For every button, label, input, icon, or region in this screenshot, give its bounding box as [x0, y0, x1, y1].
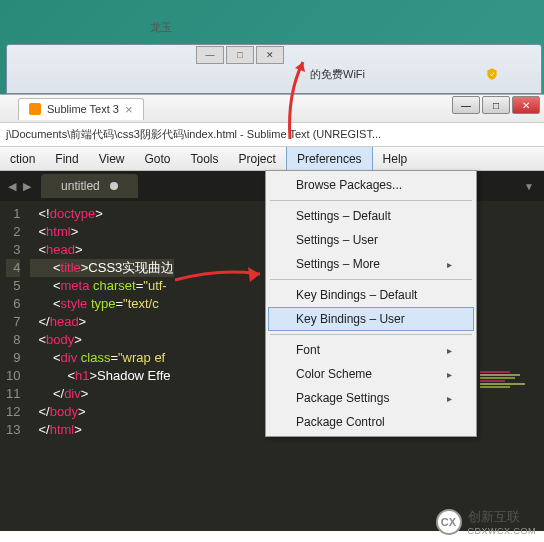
browser-tab[interactable]: Sublime Text 3 ×: [18, 98, 144, 120]
menu-option[interactable]: Package Settings: [268, 386, 474, 410]
menu-option[interactable]: Key Bindings – User: [268, 307, 474, 331]
watermark-logo: CX: [436, 509, 462, 535]
nav-arrows-icon[interactable]: ◀ ▶: [8, 180, 33, 193]
tab-label: Sublime Text 3: [47, 103, 119, 115]
menu-option[interactable]: Settings – Default: [268, 204, 474, 228]
window-controls: — □ ✕: [450, 96, 540, 114]
menu-item-help[interactable]: Help: [373, 147, 418, 170]
close-button[interactable]: ✕: [512, 96, 540, 114]
bg-maximize-button[interactable]: □: [226, 46, 254, 64]
menu-bar: ctionFindViewGotoToolsProjectPreferences…: [0, 147, 544, 171]
sublime-icon: [29, 103, 41, 115]
menu-option[interactable]: Browse Packages...: [268, 173, 474, 197]
minimize-button[interactable]: —: [452, 96, 480, 114]
maximize-button[interactable]: □: [482, 96, 510, 114]
shield-icon: [485, 67, 499, 81]
title-path: j\Documents\前端代码\css3阴影代码\index.html - S…: [0, 123, 544, 147]
file-tab[interactable]: untitled: [41, 174, 138, 198]
watermark-name: 创新互联: [468, 508, 537, 526]
watermark-url: CDXWCX.COM: [468, 526, 537, 536]
code-lines[interactable]: <!doctype><html><head> <title>CSS3实现曲边 <…: [30, 201, 174, 443]
menu-option[interactable]: Color Scheme: [268, 362, 474, 386]
menu-item-preferences[interactable]: Preferences: [286, 147, 373, 170]
minimap[interactable]: [480, 371, 540, 411]
line-gutter: 12345678910111213: [0, 201, 30, 443]
menu-option[interactable]: Package Control: [268, 410, 474, 434]
menu-option[interactable]: Key Bindings – Default: [268, 283, 474, 307]
menu-item-tools[interactable]: Tools: [181, 147, 229, 170]
menu-item-ction[interactable]: ction: [0, 147, 45, 170]
bg-window-controls: — □ ✕: [196, 46, 284, 64]
menu-item-find[interactable]: Find: [45, 147, 88, 170]
menu-item-project[interactable]: Project: [229, 147, 286, 170]
menu-option[interactable]: Settings – More: [268, 252, 474, 276]
bg-address-text: 的免费WiFi: [310, 67, 365, 82]
bg-close-button[interactable]: ✕: [256, 46, 284, 64]
tab-dropdown-icon[interactable]: ▼: [524, 181, 534, 192]
bg-window-title: 龙玉: [150, 20, 172, 35]
menu-option[interactable]: Font: [268, 338, 474, 362]
menu-option[interactable]: Settings – User: [268, 228, 474, 252]
watermark: CX 创新互联 CDXWCX.COM: [436, 508, 537, 536]
unsaved-dot-icon: [110, 182, 118, 190]
tab-close-icon[interactable]: ×: [125, 102, 133, 117]
menu-item-view[interactable]: View: [89, 147, 135, 170]
bg-minimize-button[interactable]: —: [196, 46, 224, 64]
file-tab-label: untitled: [61, 179, 100, 193]
preferences-menu: Browse Packages...Settings – DefaultSett…: [265, 170, 477, 437]
menu-item-goto[interactable]: Goto: [135, 147, 181, 170]
